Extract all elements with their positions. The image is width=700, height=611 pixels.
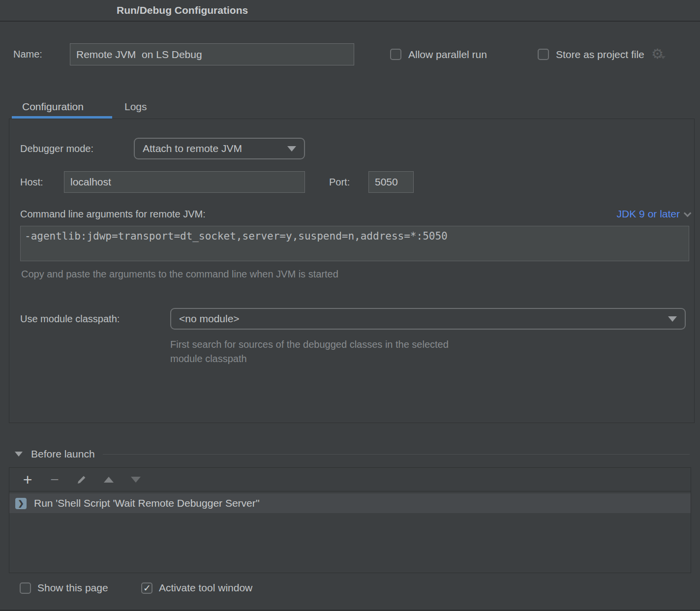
dialog-title-bar: Run/Debug Configurations [0, 0, 700, 22]
module-classpath-row: Use module classpath: [20, 308, 120, 330]
name-input[interactable] [70, 43, 354, 65]
chevron-down-icon [668, 316, 677, 322]
dialog-title: Run/Debug Configurations [117, 4, 248, 16]
show-this-page-checkbox[interactable] [20, 582, 31, 594]
host-row: Host: [20, 171, 43, 193]
allow-parallel-run-option[interactable]: Allow parallel run [390, 43, 487, 65]
command-line-header: Command line arguments for remote JVM: J… [20, 207, 689, 221]
port-row: Port: [329, 171, 350, 193]
host-input[interactable] [64, 171, 305, 193]
pencil-icon [76, 474, 87, 485]
edit-button[interactable] [75, 473, 88, 486]
host-label: Host: [20, 177, 43, 188]
name-row: Name: Allow parallel run Store as projec… [0, 43, 700, 65]
chevron-down-icon [287, 146, 296, 152]
module-classpath-select[interactable]: <no module> [170, 308, 686, 330]
before-launch-toolbar: + − [9, 468, 691, 491]
gear-caret-icon [661, 56, 666, 59]
command-line-label: Command line arguments for remote JVM: [20, 209, 206, 220]
before-launch-panel: + − ❯ Run 'Shell Script 'Wait Remote Deb… [9, 467, 691, 573]
jdk-version-selector[interactable]: JDK 9 or later [617, 208, 689, 220]
debugger-mode-row: Debugger mode: [20, 138, 93, 159]
command-line-hint-row: Copy and paste the arguments to the comm… [21, 267, 338, 281]
add-button[interactable]: + [21, 473, 34, 486]
gear-icon[interactable]: ⚙ [651, 47, 664, 61]
before-launch-header[interactable]: Before launch [15, 447, 690, 461]
activate-tool-window-label: Activate tool window [159, 582, 252, 594]
name-label: Name: [13, 49, 42, 60]
configuration-panel: Debugger mode: Attach to remote JVM Host… [9, 119, 695, 423]
chevron-down-icon [684, 209, 692, 217]
before-launch-title: Before launch [31, 448, 95, 460]
module-classpath-value: <no module> [179, 313, 240, 325]
command-line-hint: Copy and paste the arguments to the comm… [21, 269, 338, 280]
arrow-down-icon [131, 477, 141, 483]
tab-bar: Configuration Logs [0, 96, 700, 119]
tab-configuration[interactable]: Configuration [22, 101, 84, 113]
store-as-project-file-option[interactable]: Store as project file ⚙ [538, 43, 664, 65]
plus-icon: + [23, 474, 32, 485]
module-classpath-hint-line1: First search for sources of the debugged… [170, 337, 449, 352]
show-this-page-option[interactable]: Show this page [20, 581, 108, 595]
minus-icon: − [50, 474, 59, 485]
jdk-version-value: JDK 9 or later [617, 208, 680, 220]
move-down-button[interactable] [129, 473, 142, 486]
port-input[interactable] [368, 171, 414, 193]
debugger-mode-select[interactable]: Attach to remote JVM [134, 138, 305, 159]
debugger-mode-value: Attach to remote JVM [143, 143, 242, 154]
tab-logs[interactable]: Logs [124, 101, 147, 113]
before-launch-task-row[interactable]: ❯ Run 'Shell Script 'Wait Remote Debugge… [9, 493, 691, 513]
module-classpath-hint: First search for sources of the debugged… [170, 337, 449, 366]
activate-tool-window-option[interactable]: Activate tool window [141, 581, 252, 595]
command-line-arguments-field[interactable] [20, 226, 689, 261]
run-icon: ❯ [15, 498, 27, 509]
allow-parallel-run-label: Allow parallel run [408, 49, 487, 61]
before-launch-task-label: Run 'Shell Script 'Wait Remote Debugger … [34, 497, 260, 509]
store-as-project-file-label: Store as project file [556, 49, 644, 61]
collapse-triangle-icon[interactable] [15, 452, 23, 457]
section-divider [103, 454, 690, 455]
module-classpath-hint-line2: module classpath [170, 352, 449, 366]
show-this-page-label: Show this page [37, 582, 108, 594]
debugger-mode-label: Debugger mode: [20, 143, 93, 154]
footer-options: Show this page Activate tool window [0, 581, 700, 603]
module-classpath-label: Use module classpath: [20, 313, 120, 325]
arrow-up-icon [104, 477, 114, 483]
allow-parallel-run-checkbox[interactable] [390, 49, 401, 60]
remove-button[interactable]: − [48, 473, 61, 486]
move-up-button[interactable] [102, 473, 115, 486]
port-label: Port: [329, 177, 350, 188]
store-as-project-file-checkbox[interactable] [538, 49, 549, 60]
activate-tool-window-checkbox[interactable] [141, 582, 152, 594]
